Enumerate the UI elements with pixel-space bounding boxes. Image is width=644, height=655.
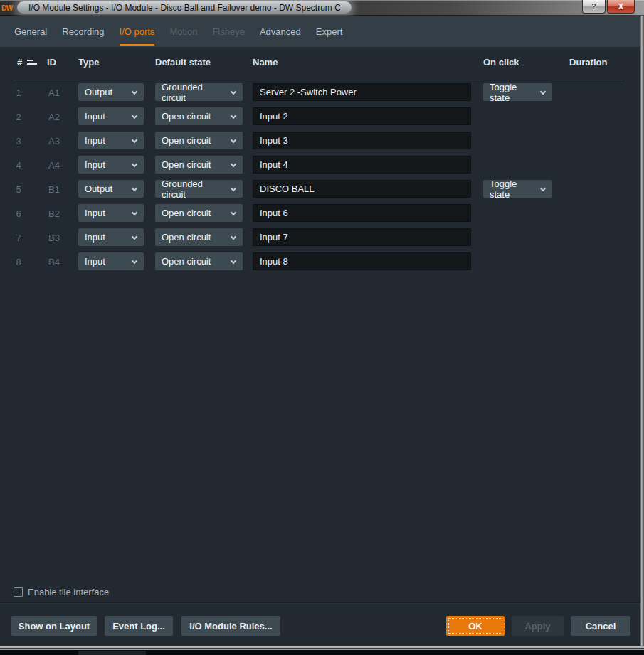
type-dropdown[interactable]: Input [78,204,144,222]
default-state-dropdown[interactable]: Open circuit [155,204,243,222]
help-button[interactable]: ? [582,0,606,14]
tab-bar: General Recording I/O ports Motion Fishe… [0,16,640,47]
chevron-down-icon [132,210,137,215]
apply-button: Apply [512,616,564,636]
default-state-dropdown[interactable]: Open circuit [155,252,243,270]
on-click-dropdown[interactable]: Toggle state [483,83,552,101]
default-state-dropdown[interactable]: Open circuit [155,107,243,125]
show-on-layout-button[interactable]: Show on Layout [11,616,97,636]
table-header-row: # ID Type Default state Name On click Du… [0,47,640,80]
app-logo-icon: DW [1,2,14,14]
port-number: 7 [11,225,26,250]
type-dropdown[interactable]: Input [78,252,144,270]
name-input[interactable] [253,83,471,101]
tile-interface-row: Enable tile interface [0,581,640,602]
tab-advanced[interactable]: Advanced [260,16,301,47]
enable-tile-interface-label: Enable tile interface [28,587,109,597]
port-id: A4 [44,153,64,177]
column-header-default-state[interactable]: Default state [155,57,211,68]
type-dropdown[interactable]: Input [78,228,144,246]
chevron-down-icon [231,234,236,240]
sort-ascending-icon [27,60,37,65]
column-header-number[interactable]: # [17,57,37,68]
name-input[interactable] [253,252,471,270]
table-row: 1 A1 Output Grounded circuit Toggle stat… [0,80,640,105]
port-id: A1 [44,80,64,105]
table-row: 3 A3 Input Open circuit [0,129,640,153]
on-click-dropdown[interactable]: Toggle state [483,180,552,198]
chevron-down-icon [132,258,137,264]
default-state-dropdown[interactable]: Open circuit [155,228,243,246]
background-app-strip [0,650,644,655]
type-dropdown[interactable]: Input [78,107,144,125]
enable-tile-interface-checkbox[interactable] [14,587,23,597]
chevron-down-icon [540,186,546,191]
table-row: 2 A2 Input Open circuit [0,105,640,129]
table-row: 7 B3 Input Open circuit [0,225,640,250]
chevron-down-icon [231,210,236,215]
io-module-settings-window: DW I/O Module Settings - I/O Module - Di… [0,0,644,655]
window-title: I/O Module Settings - I/O Module - Disco… [28,3,340,13]
chevron-down-icon [132,89,137,95]
chevron-down-icon [132,234,137,240]
port-number: 6 [11,201,26,225]
cancel-button[interactable]: Cancel [571,616,630,636]
tab-io-ports[interactable]: I/O ports [120,16,155,47]
chevron-down-icon [132,161,137,167]
default-state-dropdown[interactable]: Grounded circuit [155,83,243,101]
event-log-button[interactable]: Event Log... [105,616,173,636]
name-input[interactable] [253,132,471,149]
table-row: 5 B1 Output Grounded circuit Toggle stat… [0,177,640,201]
chevron-down-icon [132,186,137,191]
port-id: B4 [44,250,64,274]
title-bar: DW I/O Module Settings - I/O Module - Di… [0,0,644,16]
port-number: 3 [11,129,26,153]
name-input[interactable] [253,156,471,174]
ok-button[interactable]: OK [446,616,505,636]
chevron-down-icon [540,89,546,95]
tab-general[interactable]: General [14,16,47,47]
default-state-dropdown[interactable]: Open circuit [155,156,243,174]
chevron-down-icon [231,161,236,167]
port-id: B3 [44,225,64,250]
title-glow: I/O Module Settings - I/O Module - Disco… [17,1,352,14]
port-id: A2 [44,105,64,129]
chevron-down-icon [231,137,236,143]
tab-recording[interactable]: Recording [62,16,104,47]
caption-buttons: ? X [582,0,635,14]
tab-fisheye: Fisheye [212,16,245,47]
chevron-down-icon [132,137,137,143]
type-dropdown[interactable]: Output [78,83,144,101]
footer-bar: Show on Layout Event Log... I/O Module R… [0,602,640,646]
window-frame-right [640,16,644,646]
column-header-name[interactable]: Name [253,57,278,68]
chevron-down-icon [132,113,137,119]
type-dropdown[interactable]: Input [78,132,144,149]
chevron-down-icon [231,89,236,95]
port-id: A3 [44,129,64,153]
column-header-id[interactable]: ID [47,57,56,68]
table-row: 8 B4 Input Open circuit [0,250,640,274]
name-input[interactable] [253,180,471,198]
port-id: B1 [44,177,64,201]
column-header-duration[interactable]: Duration [569,57,607,68]
table-row: 4 A4 Input Open circuit [0,153,640,177]
name-input[interactable] [253,204,471,222]
default-state-dropdown[interactable]: Grounded circuit [155,180,243,198]
type-dropdown[interactable]: Input [78,156,144,174]
tab-motion: Motion [169,16,197,47]
io-ports-table: # ID Type Default state Name On click Du… [0,47,640,274]
io-module-rules-button[interactable]: I/O Module Rules... [181,616,280,636]
name-input[interactable] [253,107,471,125]
chevron-down-icon [231,113,236,119]
port-number: 1 [11,80,26,105]
name-input[interactable] [253,228,471,246]
background-app-widget [78,651,146,655]
column-header-type[interactable]: Type [78,57,99,68]
default-state-dropdown[interactable]: Open circuit [155,132,243,149]
close-button[interactable]: X [607,0,635,14]
chevron-down-icon [231,258,236,264]
column-header-on-click[interactable]: On click [483,57,519,68]
type-dropdown[interactable]: Output [78,180,144,198]
tab-expert[interactable]: Expert [316,16,343,47]
